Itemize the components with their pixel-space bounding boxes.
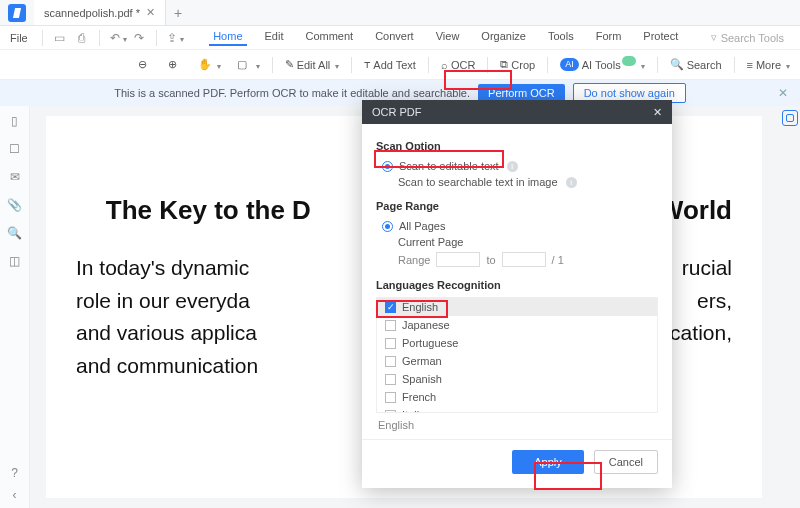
selected-languages-summary: English: [376, 415, 658, 431]
info-icon[interactable]: i: [507, 161, 518, 172]
all-pages-option[interactable]: All Pages: [376, 218, 658, 234]
zoom-in-button[interactable]: ⊕: [162, 55, 188, 75]
range-from-input[interactable]: [436, 252, 480, 267]
thumbnails-icon[interactable]: ▯: [11, 114, 18, 128]
hand-tool-button[interactable]: ✋: [192, 55, 227, 75]
share-icon[interactable]: ⇪: [167, 31, 181, 45]
dialog-footer: Apply Cancel: [362, 439, 672, 488]
checkbox-icon: [385, 374, 396, 385]
checkbox-on-icon: ✓: [385, 302, 396, 313]
checkbox-icon: [385, 392, 396, 403]
current-page-option[interactable]: Current Page: [376, 234, 658, 250]
tab-organize[interactable]: Organize: [477, 30, 530, 46]
languages-header: Languages Recognition: [376, 279, 658, 291]
tab-home[interactable]: Home: [209, 30, 246, 46]
language-list[interactable]: ✓English Japanese Portuguese German Span…: [376, 297, 658, 413]
undo-icon[interactable]: ↶: [110, 31, 124, 45]
filter-icon: ▿: [711, 31, 717, 44]
tab-protect[interactable]: Protect: [639, 30, 682, 46]
search-panel-icon[interactable]: 🔍: [7, 226, 22, 240]
zoom-out-button[interactable]: ⊖: [132, 55, 158, 75]
checkbox-icon: [385, 410, 396, 414]
redo-icon[interactable]: ↷: [132, 31, 146, 45]
ai-icon: AI: [560, 58, 579, 71]
file-menu[interactable]: File: [6, 32, 32, 44]
more-button[interactable]: ≡More: [741, 56, 796, 74]
close-tab-icon[interactable]: ✕: [146, 6, 155, 19]
page-range-header: Page Range: [376, 200, 658, 212]
tab-convert[interactable]: Convert: [371, 30, 418, 46]
edit-all-button[interactable]: ✎Edit All: [279, 55, 346, 74]
crop-icon: ⧉: [500, 58, 508, 71]
lang-portuguese[interactable]: Portuguese: [377, 334, 657, 352]
apply-button[interactable]: Apply: [512, 450, 584, 474]
lang-english[interactable]: ✓English: [377, 298, 657, 316]
radio-on-icon: [382, 221, 393, 232]
ocr-button[interactable]: ⌕OCR: [435, 56, 481, 74]
collapse-rail-icon[interactable]: ‹: [13, 488, 17, 502]
ocr-dialog: OCR PDF ✕ Scan Option Scan to editable t…: [362, 100, 672, 488]
tab-tools[interactable]: Tools: [544, 30, 578, 46]
search-button[interactable]: 🔍Search: [664, 55, 728, 74]
help-icon[interactable]: ?: [11, 466, 18, 480]
left-rail: ▯ ☐ ✉ 📎 🔍 ◫ ? ‹: [0, 106, 30, 508]
scan-editable-option[interactable]: Scan to editable text i: [376, 158, 658, 174]
dialog-title: OCR PDF: [372, 106, 422, 118]
tab-form[interactable]: Form: [592, 30, 626, 46]
range-option[interactable]: Range to / 1: [376, 250, 658, 269]
tab-label: scannedpolish.pdf *: [44, 7, 140, 19]
zoom-in-icon: ⊕: [168, 58, 182, 72]
zoom-out-icon: ⊖: [138, 58, 152, 72]
tab-comment[interactable]: Comment: [301, 30, 357, 46]
lang-italian[interactable]: Italian: [377, 406, 657, 413]
title-bar: scannedpolish.pdf * ✕ +: [0, 0, 800, 26]
info-text: This is a scanned PDF. Perform OCR to ma…: [114, 87, 470, 99]
bookmark-icon[interactable]: ☐: [9, 142, 20, 156]
beta-badge: [622, 56, 636, 66]
close-infobar-icon[interactable]: ✕: [778, 86, 788, 100]
ai-tools-button[interactable]: AIAI Tools: [554, 55, 650, 74]
range-to-input[interactable]: [502, 252, 546, 267]
tab-edit[interactable]: Edit: [261, 30, 288, 46]
document-tab[interactable]: scannedpolish.pdf * ✕: [34, 0, 166, 25]
new-tab-button[interactable]: +: [166, 5, 190, 21]
checkbox-icon: [385, 320, 396, 331]
text-icon: ᴛ: [364, 58, 370, 71]
menu-bar: File ▭ ⎙ ↶ ↷ ⇪ Home Edit Comment Convert…: [0, 26, 800, 50]
add-text-button[interactable]: ᴛAdd Text: [358, 55, 422, 74]
dialog-titlebar: OCR PDF ✕: [362, 100, 672, 124]
print-icon[interactable]: ⎙: [75, 31, 89, 45]
hand-icon: ✋: [198, 58, 212, 72]
lang-japanese[interactable]: Japanese: [377, 316, 657, 334]
radio-on-icon: [382, 161, 393, 172]
lang-spanish[interactable]: Spanish: [377, 370, 657, 388]
checkbox-icon: [385, 356, 396, 367]
save-icon[interactable]: ▭: [53, 31, 67, 45]
checkbox-icon: [385, 338, 396, 349]
search-tools-label: Search Tools: [721, 32, 784, 44]
scan-searchable-option[interactable]: Scan to searchable text in image i: [376, 174, 658, 190]
scan-option-header: Scan Option: [376, 140, 658, 152]
search-tools[interactable]: ▿ Search Tools: [711, 31, 794, 44]
lang-german[interactable]: German: [377, 352, 657, 370]
cancel-button[interactable]: Cancel: [594, 450, 658, 474]
dialog-close-icon[interactable]: ✕: [653, 106, 662, 119]
ribbon-tabs: Home Edit Comment Convert View Organize …: [209, 30, 682, 46]
lang-french[interactable]: French: [377, 388, 657, 406]
tab-view[interactable]: View: [432, 30, 464, 46]
app-logo: [8, 4, 26, 22]
search-icon: 🔍: [670, 58, 684, 71]
pencil-icon: ✎: [285, 58, 294, 71]
attachment-icon[interactable]: 📎: [7, 198, 22, 212]
ocr-icon: ⌕: [441, 59, 448, 71]
toolbar: ⊖ ⊕ ✋ ▢ ✎Edit All ᴛAdd Text ⌕OCR ⧉Crop A…: [0, 50, 800, 80]
right-strip: [778, 106, 800, 508]
square-icon: ▢: [237, 58, 251, 72]
more-icon: ≡: [747, 59, 753, 71]
shape-tool-button[interactable]: ▢: [231, 55, 266, 75]
fit-page-icon[interactable]: [782, 110, 798, 126]
comment-panel-icon[interactable]: ✉: [10, 170, 20, 184]
crop-button[interactable]: ⧉Crop: [494, 55, 541, 74]
info-icon[interactable]: i: [566, 177, 577, 188]
layers-icon[interactable]: ◫: [9, 254, 20, 268]
